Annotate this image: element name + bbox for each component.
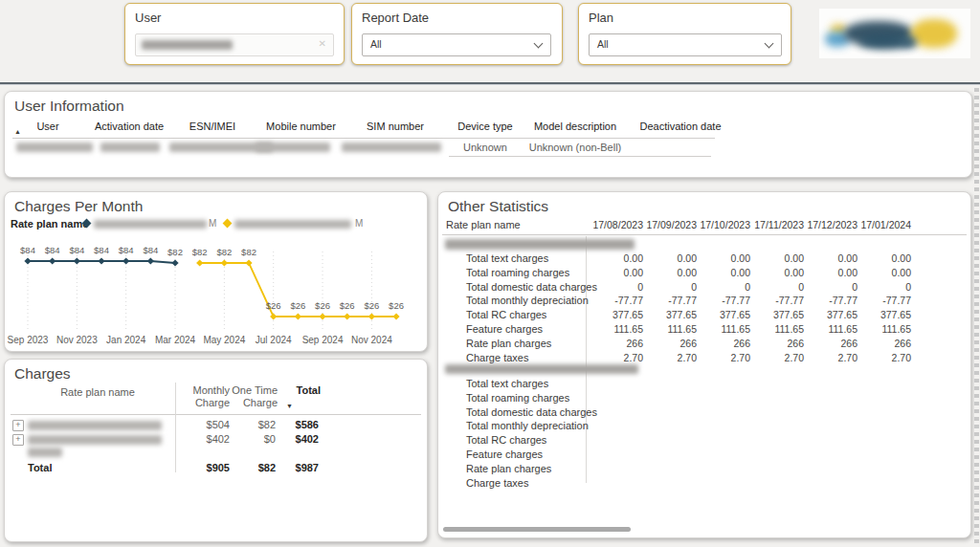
data-point-marker bbox=[368, 313, 375, 319]
column-header-device-type[interactable]: Device type bbox=[447, 120, 523, 133]
statistic-label: Charge taxes bbox=[466, 477, 528, 489]
column-header-date[interactable]: 17/12/2023 bbox=[803, 219, 858, 230]
data-point-marker bbox=[74, 257, 80, 264]
column-header-total[interactable]: Total bbox=[278, 384, 321, 397]
series1-label-redacted bbox=[94, 220, 207, 229]
filter-card-report-date: Report Date All bbox=[351, 3, 563, 65]
statistic-label: Total monthly depreciation bbox=[466, 420, 589, 431]
user-filter-value-redacted bbox=[142, 40, 233, 50]
statistic-label: Total domestic data charges bbox=[466, 406, 597, 418]
statistic-value: 0.00 bbox=[749, 252, 804, 264]
clear-icon[interactable]: ✕ bbox=[319, 38, 326, 49]
monthly-charge-value: $504 bbox=[175, 419, 230, 430]
data-point-marker bbox=[270, 313, 277, 319]
total-row-label: Total bbox=[28, 462, 52, 473]
data-label: $84 bbox=[143, 245, 158, 255]
series1-label-suffix: M bbox=[209, 218, 216, 229]
data-label: $84 bbox=[20, 245, 35, 255]
series2-label-suffix: M bbox=[355, 218, 363, 229]
data-point-marker bbox=[98, 257, 104, 264]
column-header-esn-imei[interactable]: ESN/IMEI bbox=[170, 120, 255, 133]
statistic-label: Feature charges bbox=[466, 449, 543, 460]
x-axis-tick-label: Sep 2023 bbox=[8, 335, 49, 345]
report-date-dropdown[interactable]: All bbox=[362, 33, 551, 56]
charges-per-month-title: Charges Per Month bbox=[14, 198, 143, 215]
monthly-charge-value: $402 bbox=[175, 433, 230, 445]
horizontal-scrollbar[interactable] bbox=[443, 527, 631, 532]
model-description-cell: Unknown (non-Bell) bbox=[520, 142, 631, 153]
statistic-value: 0.00 bbox=[857, 252, 911, 264]
statistic-value: 0.00 bbox=[642, 267, 697, 278]
user-information-title: User Information bbox=[14, 98, 124, 115]
statistic-value: 377.65 bbox=[857, 309, 911, 320]
column-header-activation-date[interactable]: Activation date bbox=[84, 120, 174, 133]
statistic-value: 0 bbox=[589, 281, 643, 293]
statistic-value: 2.70 bbox=[696, 352, 750, 363]
legend-title: Rate plan name bbox=[11, 218, 88, 230]
column-header-one-time-charge[interactable]: One Time Charge bbox=[231, 384, 278, 408]
statistic-value: 2.70 bbox=[642, 352, 697, 363]
column-header-deactivation-date[interactable]: Deactivation date bbox=[625, 120, 736, 133]
data-label: $82 bbox=[167, 247, 183, 257]
column-header-rate-plan-name[interactable]: Rate plan name bbox=[28, 386, 167, 399]
statistic-label: Total RC charges bbox=[466, 434, 546, 446]
data-point-marker bbox=[147, 257, 154, 264]
statistic-label: Total monthly depreciation bbox=[466, 295, 589, 306]
series2-label-redacted bbox=[234, 220, 351, 229]
data-label: $26 bbox=[389, 300, 404, 311]
statistic-value: 266 bbox=[803, 338, 858, 349]
statistic-value: 2.70 bbox=[749, 352, 804, 363]
series2-diamond-icon bbox=[223, 219, 233, 229]
grand-total-value: $987 bbox=[278, 462, 319, 473]
total-monthly-value: $905 bbox=[175, 462, 230, 473]
column-header-monthly-charge[interactable]: Monthly Charge bbox=[175, 384, 230, 408]
statistic-label: Total RC charges bbox=[466, 309, 546, 320]
statistic-value: 377.65 bbox=[589, 309, 643, 320]
charges-title: Charges bbox=[14, 365, 71, 383]
plan-dropdown[interactable]: All bbox=[589, 33, 782, 56]
statistic-value: 0 bbox=[642, 281, 697, 293]
statistic-value: 0.00 bbox=[803, 267, 858, 278]
column-header-user[interactable]: User bbox=[19, 120, 77, 133]
statistic-value: 2.70 bbox=[589, 352, 643, 363]
statistic-value: 0 bbox=[803, 281, 858, 293]
column-header-date[interactable]: 17/01/2024 bbox=[857, 219, 911, 230]
sort-descending-icon[interactable]: ▼ bbox=[286, 403, 293, 409]
report-date-filter-label: Report Date bbox=[362, 11, 429, 25]
report-date-selected-value: All bbox=[370, 38, 382, 50]
data-label: $84 bbox=[119, 245, 134, 255]
data-label: $82 bbox=[241, 247, 256, 257]
column-header-mobile-number[interactable]: Mobile number bbox=[254, 120, 348, 133]
vertical-scrollbar[interactable] bbox=[974, 88, 979, 543]
total-value: $402 bbox=[278, 433, 319, 445]
total-one-time-value: $82 bbox=[231, 462, 276, 473]
statistic-value: 266 bbox=[857, 338, 911, 349]
plan-filter-label: Plan bbox=[589, 11, 613, 25]
expand-row-button[interactable]: + bbox=[12, 420, 24, 431]
column-header-date[interactable]: 17/10/2023 bbox=[696, 219, 750, 230]
data-point-marker bbox=[221, 259, 228, 266]
data-point-marker bbox=[319, 313, 325, 319]
expand-row-button[interactable]: + bbox=[12, 434, 24, 446]
statistic-value: 266 bbox=[696, 338, 750, 349]
x-axis-tick-label: Nov 2023 bbox=[56, 335, 98, 345]
statistic-value: 0.00 bbox=[803, 252, 858, 264]
x-axis-tick-label: Jan 2024 bbox=[106, 335, 146, 345]
data-point-marker bbox=[392, 313, 399, 319]
filter-card-user: User ✕ bbox=[124, 3, 345, 65]
column-header-model-description[interactable]: Model description bbox=[520, 120, 631, 133]
user-filter-input[interactable]: ✕ bbox=[135, 33, 334, 56]
statistic-value: 111.65 bbox=[589, 323, 643, 335]
column-header-date[interactable]: 17/08/2023 bbox=[589, 219, 643, 230]
column-header-date[interactable]: 17/09/2023 bbox=[642, 219, 697, 230]
statistic-value: 0.00 bbox=[696, 267, 750, 278]
column-header-sim-number[interactable]: SIM number bbox=[343, 120, 448, 133]
group1-rate-plan-redacted bbox=[445, 239, 635, 250]
column-header-date[interactable]: 17/11/2023 bbox=[749, 219, 804, 230]
data-label: $26 bbox=[266, 300, 281, 311]
x-axis-tick-label: Mar 2024 bbox=[155, 335, 196, 345]
data-point-marker bbox=[196, 259, 203, 266]
plan-selected-value: All bbox=[597, 38, 609, 50]
chevron-down-icon bbox=[534, 39, 544, 49]
statistic-value: -77.77 bbox=[749, 295, 804, 306]
